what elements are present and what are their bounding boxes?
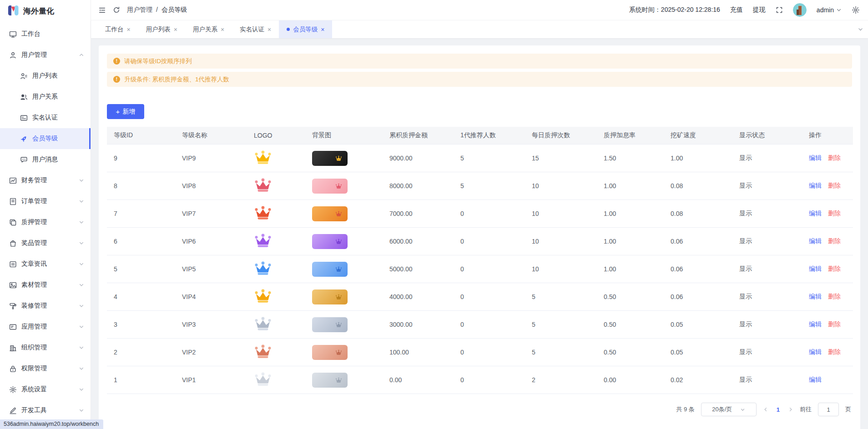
recharge-button[interactable]: 充值 bbox=[730, 6, 743, 14]
page-size-select[interactable]: 20条/页 bbox=[701, 403, 757, 416]
user-icon bbox=[9, 51, 17, 59]
gear-icon[interactable] bbox=[852, 6, 860, 14]
actions-cell: 编辑删除 bbox=[802, 339, 853, 366]
level-name-cell: VIP1 bbox=[175, 366, 247, 394]
delete-link[interactable]: 删除 bbox=[828, 237, 841, 244]
prev-page-icon[interactable] bbox=[763, 407, 768, 412]
delete-link[interactable]: 删除 bbox=[828, 210, 841, 217]
withdraw-button[interactable]: 提现 bbox=[753, 6, 766, 14]
status-cell: 显示 bbox=[732, 145, 802, 172]
delete-link[interactable]: 删除 bbox=[828, 320, 841, 328]
sidebar-item-用户列表[interactable]: 用户列表 bbox=[0, 65, 91, 86]
collapse-menu-icon[interactable] bbox=[98, 6, 106, 14]
sidebar-item-用户关系[interactable]: 用户关系 bbox=[0, 86, 91, 107]
sidebar-item-应用管理[interactable]: 应用管理 bbox=[0, 316, 91, 337]
delete-link[interactable]: 删除 bbox=[828, 182, 841, 189]
sidebar-item-用户管理[interactable]: 用户管理 bbox=[0, 45, 91, 65]
table-row-vip1: 1VIP10.00020.000.02显示编辑 bbox=[107, 366, 853, 394]
copy-icon bbox=[9, 219, 17, 226]
article-icon bbox=[9, 260, 17, 268]
chevron-down-icon bbox=[79, 303, 84, 309]
background-cell bbox=[305, 200, 383, 228]
mining-speed-cell: 0.06 bbox=[664, 228, 732, 255]
amount-cell: 3000.00 bbox=[383, 311, 454, 339]
page-number[interactable]: 1 bbox=[775, 406, 782, 413]
sidebar-item-label: 实名认证 bbox=[32, 114, 58, 122]
tab-工作台[interactable]: 工作台× bbox=[97, 20, 138, 38]
edit-link[interactable]: 编辑 bbox=[809, 348, 822, 355]
level-id-cell: 3 bbox=[107, 311, 175, 339]
delete-link[interactable]: 删除 bbox=[828, 265, 841, 272]
sidebar-item-订单管理[interactable]: 订单管理 bbox=[0, 191, 91, 212]
delete-link[interactable]: 删除 bbox=[828, 293, 841, 300]
close-icon[interactable]: × bbox=[174, 26, 177, 33]
tab-list-chevron-down-icon[interactable] bbox=[858, 20, 863, 38]
table-row-vip5: 5VIP55000.000101.000.06显示编辑删除 bbox=[107, 255, 853, 283]
edit-link[interactable]: 编辑 bbox=[809, 265, 822, 272]
sidebar-item-开发工具[interactable]: 开发工具 bbox=[0, 400, 91, 421]
tab-用户关系[interactable]: 用户关系× bbox=[185, 20, 232, 38]
sidebar-item-组织管理[interactable]: 组织管理 bbox=[0, 337, 91, 358]
logo-cell bbox=[247, 145, 305, 172]
delete-link[interactable]: 删除 bbox=[828, 348, 841, 355]
close-icon[interactable]: × bbox=[267, 26, 271, 33]
column-header: 质押加息率 bbox=[597, 127, 664, 145]
logo-cell bbox=[247, 228, 305, 255]
daily-pledge-cell: 5 bbox=[525, 339, 597, 366]
sidebar-item-label: 开发工具 bbox=[21, 406, 47, 414]
refresh-icon[interactable] bbox=[113, 6, 120, 14]
edit-link[interactable]: 编辑 bbox=[809, 154, 822, 161]
user-menu[interactable]: admin bbox=[817, 6, 842, 14]
sidebar-item-质押管理[interactable]: 质押管理 bbox=[0, 212, 91, 233]
sidebar-item-装修管理[interactable]: 装修管理 bbox=[0, 295, 91, 316]
delete-link[interactable]: 删除 bbox=[828, 154, 841, 161]
sidebar-item-系统设置[interactable]: 系统设置 bbox=[0, 379, 91, 400]
sidebar-item-用户消息[interactable]: 用户消息 bbox=[0, 149, 91, 170]
next-page-icon[interactable] bbox=[788, 407, 793, 412]
edit-link[interactable]: 编辑 bbox=[809, 376, 822, 383]
status-cell: 显示 bbox=[732, 339, 802, 366]
actions-cell: 编辑删除 bbox=[802, 228, 853, 255]
sidebar-item-会员等级[interactable]: 会员等级 bbox=[0, 128, 91, 149]
sidebar-item-实名认证[interactable]: 实名认证 bbox=[0, 107, 91, 128]
edit-link[interactable]: 编辑 bbox=[809, 182, 822, 189]
add-level-button[interactable]: + 新增 bbox=[107, 104, 144, 119]
chevron-down-icon bbox=[836, 7, 842, 13]
referrals-cell: 0 bbox=[454, 311, 525, 339]
edit-link[interactable]: 编辑 bbox=[809, 210, 822, 217]
sidebar-item-素材管理[interactable]: 素材管理 bbox=[0, 274, 91, 295]
sidebar-item-财务管理[interactable]: 财务管理 bbox=[0, 170, 91, 191]
goto-page-input[interactable] bbox=[818, 403, 839, 416]
sidebar-item-label: 订单管理 bbox=[21, 197, 47, 205]
edit-link[interactable]: 编辑 bbox=[809, 320, 822, 328]
close-icon[interactable]: × bbox=[321, 26, 324, 33]
table-row-vip7: 7VIP77000.000101.000.08显示编辑删除 bbox=[107, 200, 853, 228]
sidebar-item-奖品管理[interactable]: 奖品管理 bbox=[0, 233, 91, 254]
breadcrumb-separator: / bbox=[156, 6, 158, 14]
edit-link[interactable]: 编辑 bbox=[809, 237, 822, 244]
sidebar-item-权限管理[interactable]: 权限管理 bbox=[0, 358, 91, 379]
sidebar-item-文章资讯[interactable]: 文章资讯 bbox=[0, 254, 91, 274]
mining-speed-cell: 0.08 bbox=[664, 172, 732, 200]
table-header-row: 等级ID等级名称LOGO背景图累积质押金额1代推荐人数每日质押次数质押加息率挖矿… bbox=[107, 127, 853, 145]
tab-用户列表[interactable]: 用户列表× bbox=[138, 20, 185, 38]
background-card-image bbox=[312, 179, 348, 194]
chevron-down-icon bbox=[740, 407, 745, 412]
sidebar-item-工作台[interactable]: 工作台 bbox=[0, 24, 91, 45]
lock-icon bbox=[9, 365, 17, 373]
tab-会员等级[interactable]: 会员等级× bbox=[279, 20, 332, 38]
breadcrumb-parent[interactable]: 用户管理 bbox=[127, 6, 152, 14]
close-icon[interactable]: × bbox=[221, 26, 224, 33]
alert-banner: ! 升级条件: 累积质押金额、1代推荐人数 bbox=[107, 72, 852, 87]
user-avatar[interactable] bbox=[793, 3, 807, 17]
close-icon[interactable]: × bbox=[127, 26, 131, 33]
chevron-down-icon bbox=[79, 408, 84, 413]
tab-实名认证[interactable]: 实名认证× bbox=[232, 20, 279, 38]
level-id-cell: 9 bbox=[107, 145, 175, 172]
fullscreen-icon[interactable] bbox=[776, 6, 783, 14]
edit-link[interactable]: 编辑 bbox=[809, 293, 822, 300]
level-id-cell: 7 bbox=[107, 200, 175, 228]
logo-cell bbox=[247, 339, 305, 366]
status-cell: 显示 bbox=[732, 311, 802, 339]
paint-icon bbox=[9, 302, 17, 310]
